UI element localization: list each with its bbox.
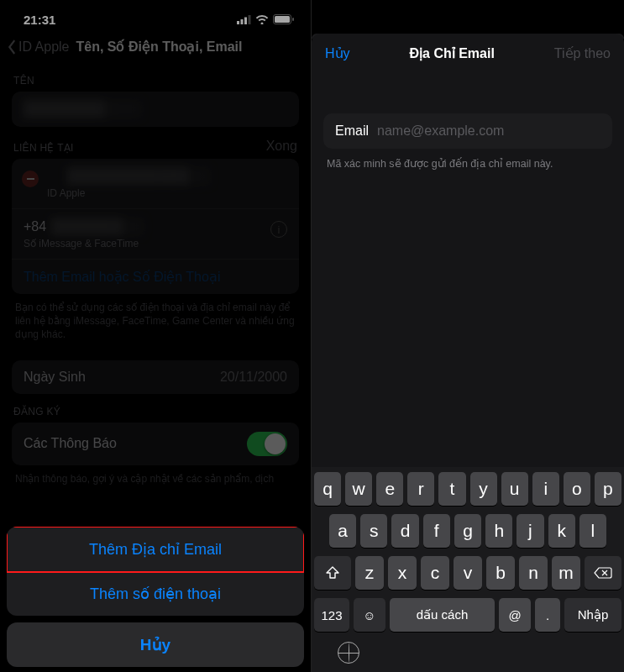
modal-next-button[interactable]: Tiếp theo — [554, 45, 611, 61]
modal-title: Địa Chỉ Email — [409, 45, 494, 61]
key-shift[interactable] — [314, 556, 351, 590]
modal-nav: Hủy Địa Chỉ Email Tiếp theo — [312, 34, 624, 71]
key-dot[interactable]: . — [535, 598, 560, 632]
key-o[interactable]: o — [564, 472, 590, 506]
add-phone-button[interactable]: Thêm số điện thoại — [7, 572, 304, 616]
keyboard: q w e r t y u i o p a s d f g h j k l — [312, 467, 624, 672]
key-x[interactable]: x — [388, 556, 417, 590]
key-p[interactable]: p — [595, 472, 621, 506]
key-u[interactable]: u — [501, 472, 528, 506]
key-a[interactable]: a — [329, 514, 356, 548]
key-q[interactable]: q — [314, 472, 341, 506]
key-i[interactable]: i — [532, 472, 559, 506]
key-b[interactable]: b — [486, 556, 515, 590]
key-d[interactable]: d — [391, 514, 418, 548]
key-n[interactable]: n — [519, 556, 548, 590]
key-f[interactable]: f — [423, 514, 450, 548]
key-m[interactable]: m — [552, 556, 580, 590]
key-l[interactable]: l — [579, 514, 606, 548]
add-email-button[interactable]: Thêm Địa chỉ Email — [7, 527, 304, 573]
kb-row2: a s d f g h j k l — [314, 514, 621, 548]
key-j[interactable]: j — [517, 514, 543, 548]
kb-row1: q w e r t y u i o p — [314, 472, 621, 506]
key-g[interactable]: g — [454, 514, 481, 548]
key-w[interactable]: w — [345, 472, 372, 506]
key-y[interactable]: y — [470, 472, 497, 506]
kb-row4: 123 ☺ dấu cách @ . Nhập — [314, 598, 621, 632]
email-label: Email — [335, 123, 369, 139]
key-z[interactable]: z — [355, 556, 384, 590]
key-c[interactable]: c — [421, 556, 449, 590]
key-backspace[interactable] — [585, 556, 621, 590]
email-hint: Mã xác minh sẽ được gửi đến địa chỉ emai… — [312, 149, 624, 170]
key-enter[interactable]: Nhập — [564, 598, 621, 632]
key-h[interactable]: h — [485, 514, 512, 548]
backspace-icon — [594, 567, 612, 579]
key-space[interactable]: dấu cách — [390, 598, 495, 632]
key-r[interactable]: r — [407, 472, 434, 506]
key-k[interactable]: k — [548, 514, 575, 548]
globe-icon[interactable] — [338, 642, 359, 664]
key-s[interactable]: s — [360, 514, 387, 548]
shift-icon — [325, 566, 340, 580]
key-emoji[interactable]: ☺ — [354, 598, 385, 632]
action-sheet: Thêm Địa chỉ Email Thêm số điện thoại Hủ… — [7, 527, 304, 667]
cancel-button[interactable]: Hủy — [7, 622, 304, 667]
email-placeholder[interactable]: name@example.com — [377, 123, 504, 139]
modal-sheet: Hủy Địa Chỉ Email Tiếp theo Email name@e… — [312, 34, 624, 672]
email-input-row[interactable]: Email name@example.com — [323, 113, 612, 149]
key-t[interactable]: t — [438, 472, 465, 506]
key-at[interactable]: @ — [499, 598, 531, 632]
key-numbers[interactable]: 123 — [314, 598, 349, 632]
modal-cancel-button[interactable]: Hủy — [325, 45, 350, 61]
kb-bottom-row — [314, 640, 621, 667]
key-e[interactable]: e — [376, 472, 403, 506]
key-v[interactable]: v — [454, 556, 482, 590]
kb-row3: z x c v b n m — [314, 556, 621, 590]
